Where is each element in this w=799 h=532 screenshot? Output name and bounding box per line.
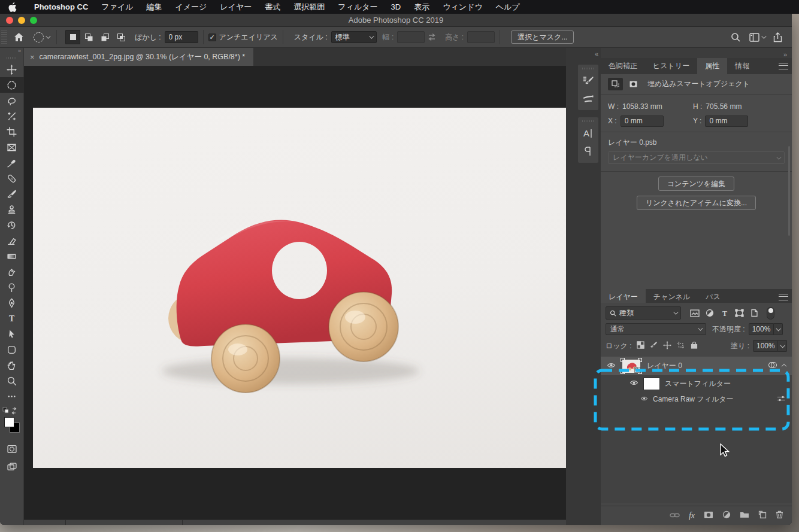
- paragraph-panel-icon[interactable]: [578, 142, 598, 160]
- tool-shape[interactable]: [0, 342, 24, 357]
- add-mask-icon[interactable]: [704, 511, 713, 521]
- canvas-area[interactable]: [24, 66, 566, 519]
- smart-object-icon[interactable]: [608, 78, 623, 90]
- zoom-window-button[interactable]: [30, 17, 37, 24]
- smart-filter-row[interactable]: スマートフィルター: [601, 375, 792, 392]
- menu-layer[interactable]: レイヤー: [213, 0, 258, 14]
- smart-filter-label[interactable]: スマートフィルター: [665, 379, 731, 389]
- foreground-color-swatch[interactable]: [4, 417, 14, 427]
- edit-contents-button[interactable]: コンテンツを編集: [658, 177, 735, 191]
- photo-document[interactable]: [33, 108, 566, 468]
- apple-menu-icon[interactable]: [8, 2, 17, 12]
- default-colors-icon[interactable]: [2, 406, 10, 414]
- tool-magic-wand[interactable]: [0, 108, 24, 124]
- layer-thumbnail[interactable]: [621, 358, 642, 374]
- smart-filter-indicator-icon[interactable]: [768, 361, 777, 370]
- new-selection-mode-button[interactable]: [65, 30, 80, 44]
- new-group-icon[interactable]: [740, 511, 749, 521]
- strip-grip[interactable]: [582, 68, 594, 69]
- tool-clone-stamp[interactable]: [0, 202, 24, 217]
- character-panel-icon[interactable]: A: [578, 124, 598, 142]
- fill-value-field[interactable]: 100%: [753, 340, 778, 352]
- visibility-eye-icon[interactable]: [629, 379, 638, 388]
- menu-type[interactable]: 書式: [258, 0, 287, 14]
- camera-raw-filter-label[interactable]: Camera Raw フィルター: [653, 394, 733, 405]
- tool-gradient[interactable]: [0, 248, 24, 264]
- menu-edit[interactable]: 編集: [140, 0, 168, 14]
- opacity-value-field[interactable]: 100%: [749, 323, 774, 335]
- tool-move[interactable]: [0, 62, 24, 77]
- intersect-selection-mode-button[interactable]: [114, 30, 129, 44]
- brush-settings-panel-icon[interactable]: [578, 72, 598, 90]
- layer-name[interactable]: レイヤー 0: [647, 361, 682, 371]
- link-layers-icon[interactable]: [670, 512, 680, 520]
- menu-select[interactable]: 選択範囲: [287, 0, 331, 14]
- x-position-input[interactable]: [621, 115, 664, 127]
- tool-hand[interactable]: [0, 357, 24, 373]
- minimize-window-button[interactable]: [18, 17, 25, 24]
- collapse-filters-icon[interactable]: [782, 363, 786, 368]
- blend-mode-dropdown[interactable]: 通常: [606, 323, 706, 335]
- foreground-background-swatches[interactable]: [4, 417, 20, 433]
- close-window-button[interactable]: [6, 17, 13, 24]
- quick-mask-button[interactable]: [0, 441, 24, 457]
- style-dropdown[interactable]: 標準: [331, 31, 377, 43]
- window-title-bar[interactable]: Adobe Photoshop CC 2019: [0, 14, 792, 27]
- close-tab-icon[interactable]: ×: [30, 53, 35, 62]
- layer-filtering-toggle[interactable]: [767, 307, 774, 320]
- menu-filter[interactable]: フィルター: [331, 0, 384, 14]
- lock-position-icon[interactable]: [663, 341, 671, 351]
- visibility-eye-icon[interactable]: [607, 362, 616, 370]
- tab-adjustments[interactable]: 色調補正: [601, 58, 645, 74]
- strip-grip[interactable]: [582, 120, 594, 122]
- adjustment-layer-icon[interactable]: [722, 510, 731, 521]
- delete-layer-icon[interactable]: [776, 510, 783, 521]
- tool-eyedropper[interactable]: [0, 155, 24, 171]
- tab-history[interactable]: ヒストリー: [645, 58, 697, 74]
- menu-window[interactable]: ウィンドウ: [436, 0, 489, 14]
- share-icon[interactable]: [773, 32, 782, 42]
- tool-frame[interactable]: [0, 139, 24, 155]
- tool-elliptical-marquee[interactable]: [0, 77, 24, 93]
- search-icon[interactable]: [731, 32, 741, 42]
- y-position-input[interactable]: [705, 115, 748, 127]
- toolbar-collapse[interactable]: »: [0, 48, 23, 56]
- layer-row-layer0[interactable]: レイヤー 0: [601, 357, 792, 375]
- lock-artboard-icon[interactable]: [677, 341, 685, 351]
- expand-panels-icon[interactable]: »: [783, 51, 787, 58]
- tool-zoom[interactable]: [0, 373, 24, 388]
- tool-crop[interactable]: [0, 124, 24, 139]
- options-grip[interactable]: [1, 31, 7, 44]
- tool-preset-picker[interactable]: [31, 31, 52, 44]
- filter-adjustment-layers-icon[interactable]: [702, 307, 717, 319]
- opacity-dropdown-icon[interactable]: [774, 323, 783, 335]
- tab-info[interactable]: 情報: [727, 58, 757, 74]
- camera-raw-filter-row[interactable]: Camera Raw フィルター: [601, 392, 792, 406]
- feather-input[interactable]: [165, 31, 198, 43]
- collapse-strip-icon[interactable]: «: [578, 50, 598, 57]
- subtract-selection-mode-button[interactable]: [98, 30, 113, 44]
- filter-smart-objects-icon[interactable]: [747, 307, 762, 319]
- file-size-indicator[interactable]: ファイル : 17.2M/17.2M 〉: [65, 520, 183, 525]
- fill-dropdown-icon[interactable]: [778, 340, 787, 352]
- panel-menu-icon[interactable]: [779, 63, 788, 69]
- tool-brush[interactable]: [0, 186, 24, 202]
- filter-type-layers-icon[interactable]: T: [717, 307, 732, 319]
- filter-pixel-layers-icon[interactable]: [687, 307, 702, 319]
- add-selection-mode-button[interactable]: [81, 30, 96, 44]
- home-icon[interactable]: [10, 29, 28, 45]
- menu-photoshop[interactable]: Photoshop CC: [28, 0, 95, 14]
- panel-menu-icon[interactable]: [779, 294, 788, 300]
- lock-pixels-icon[interactable]: [650, 341, 658, 351]
- tool-pen[interactable]: [0, 295, 24, 311]
- antialias-checkbox[interactable]: ✓: [208, 34, 216, 41]
- layer-filter-dropdown[interactable]: 種類: [606, 306, 681, 320]
- mask-properties-icon[interactable]: [626, 78, 641, 90]
- menu-help[interactable]: ヘルプ: [489, 0, 526, 14]
- convert-to-linked-button[interactable]: リンクされたアイテムに変換...: [637, 196, 756, 210]
- tool-lasso[interactable]: [0, 93, 24, 108]
- lock-transparency-icon[interactable]: [637, 341, 644, 351]
- toolbar-grip[interactable]: [7, 57, 17, 59]
- tool-spot-healing[interactable]: [0, 171, 24, 186]
- layer-style-fx-icon[interactable]: fx: [689, 511, 695, 521]
